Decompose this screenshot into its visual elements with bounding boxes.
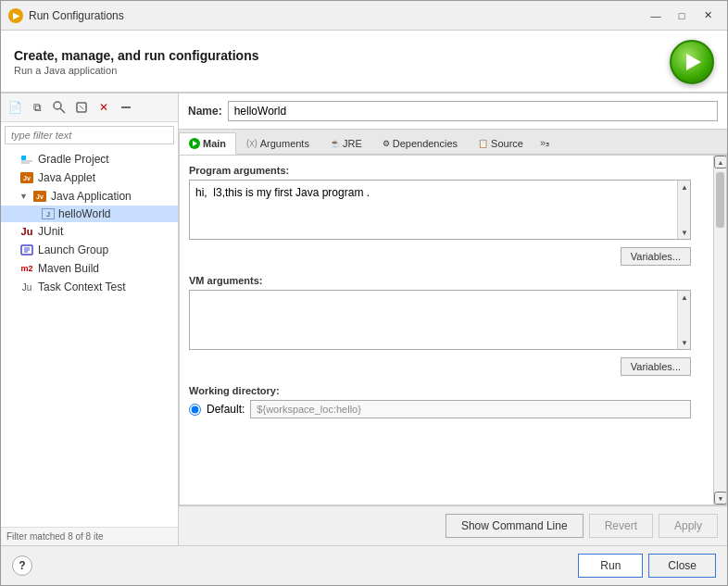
junit-icon: Ju xyxy=(19,224,34,239)
sidebar-item-label: Java Application xyxy=(51,190,132,203)
filter-configs-button[interactable] xyxy=(49,97,69,118)
header-text: Create, manage, and run configurations R… xyxy=(14,48,259,76)
help-button[interactable]: ? xyxy=(12,555,32,576)
name-input[interactable] xyxy=(228,101,718,121)
tab-dependencies[interactable]: ⚙ Dependencies xyxy=(372,132,468,154)
svg-text:Jv: Jv xyxy=(36,193,44,200)
collapse-icon xyxy=(119,101,132,114)
name-label: Name: xyxy=(188,105,222,118)
sidebar-item-label: Gradle Project xyxy=(38,153,109,166)
delete-config-button[interactable]: ✕ xyxy=(94,97,114,118)
default-radio[interactable] xyxy=(189,404,201,416)
program-args-label: Program arguments: xyxy=(189,165,704,176)
program-args-input[interactable]: hi, l3,this is my first Java program . xyxy=(190,181,690,236)
footer-right: Run Close xyxy=(578,554,716,578)
vm-scroll-down-button[interactable]: ▼ xyxy=(678,336,691,349)
play-icon xyxy=(686,54,701,70)
apply-button[interactable]: Apply xyxy=(659,514,718,538)
app-icon: ▶ xyxy=(8,8,23,23)
tab-main-label: Main xyxy=(203,138,226,149)
export-config-button[interactable] xyxy=(71,97,92,118)
vs-up-button[interactable]: ▲ xyxy=(714,156,727,168)
name-row: Name: xyxy=(179,94,727,130)
run-configurations-window: ▶ Run Configurations — □ ✕ Create, manag… xyxy=(0,0,728,586)
variables-button-1[interactable]: Variables... xyxy=(621,247,691,266)
sidebar-toolbar: 📄 ⧉ ✕ xyxy=(1,94,178,122)
gradle-icon xyxy=(19,152,34,167)
svg-point-0 xyxy=(54,102,61,109)
scroll-container[interactable]: Program arguments: hi, l3,this is my fir… xyxy=(180,156,726,505)
variables-row-1: Variables... xyxy=(189,247,691,266)
dep-icon: ⚙ xyxy=(383,139,390,148)
sidebar-item-launch-group[interactable]: Launch Group xyxy=(1,241,178,259)
header-subtitle: Run a Java application xyxy=(14,65,259,76)
tab-dependencies-label: Dependencies xyxy=(393,138,458,149)
maven-icon: m2 xyxy=(19,261,34,276)
svg-line-1 xyxy=(60,108,65,113)
launch-group-icon xyxy=(19,243,34,257)
svg-line-3 xyxy=(80,106,83,109)
variables-button-2[interactable]: Variables... xyxy=(621,357,691,376)
sidebar-item-label: JUnit xyxy=(38,225,63,238)
title-bar: ▶ Run Configurations — □ ✕ xyxy=(1,1,727,31)
tab-source-label: Source xyxy=(491,138,523,149)
tab-jre-label: JRE xyxy=(343,138,362,149)
svg-rect-4 xyxy=(121,106,131,108)
vs-track xyxy=(714,168,726,492)
window-title: Run Configurations xyxy=(29,9,124,22)
title-bar-left: ▶ Run Configurations xyxy=(8,8,124,23)
content-scrollbar[interactable]: ▲ ▼ xyxy=(713,156,726,505)
svg-text:Jv: Jv xyxy=(23,175,31,181)
vm-args-input[interactable] xyxy=(190,291,690,346)
bottom-actions: Show Command Line Revert Apply xyxy=(179,505,727,545)
jre-icon: ☕ xyxy=(330,139,340,148)
duplicate-config-button[interactable]: ⧉ xyxy=(27,97,47,118)
sidebar-item-helloworld[interactable]: J helloWorld xyxy=(1,206,178,222)
run-footer-button[interactable]: Run xyxy=(578,554,643,578)
run-button[interactable] xyxy=(670,40,714,84)
collapse-all-button[interactable] xyxy=(116,97,136,118)
sidebar-item-junit[interactable]: Ju JUnit xyxy=(1,222,178,241)
sidebar-item-maven-build[interactable]: m2 Maven Build xyxy=(1,259,178,278)
tabs-bar: Main (x) Arguments ☕ JRE ⚙ Dependencies … xyxy=(179,130,727,155)
close-window-button[interactable]: ✕ xyxy=(696,6,720,25)
sidebar: 📄 ⧉ ✕ xyxy=(1,94,179,545)
filter-input[interactable] xyxy=(5,126,174,144)
default-path-input[interactable] xyxy=(250,400,691,418)
close-footer-button[interactable]: Close xyxy=(648,554,716,578)
vm-args-container: ▲ ▼ xyxy=(189,290,691,350)
tab-arguments[interactable]: (x) Arguments xyxy=(236,132,320,154)
maximize-button[interactable]: □ xyxy=(670,6,694,25)
tab-more[interactable]: »₃ xyxy=(533,131,556,154)
java-app-icon: Jv xyxy=(32,189,47,204)
footer: ? Run Close xyxy=(1,545,727,585)
revert-button[interactable]: Revert xyxy=(589,514,653,538)
tab-more-label: »₃ xyxy=(540,137,549,149)
program-args-scrollbar: ▲ ▼ xyxy=(677,181,690,239)
show-command-line-button[interactable]: Show Command Line xyxy=(446,514,584,538)
vs-down-button[interactable]: ▼ xyxy=(714,492,727,505)
hello-icon: J xyxy=(42,208,55,219)
minimize-button[interactable]: — xyxy=(644,6,668,25)
header-area: Create, manage, and run configurations R… xyxy=(1,31,727,93)
right-panel: Name: Main (x) Arguments ☕ JRE ⚙ xyxy=(179,94,727,545)
vs-thumb xyxy=(716,172,724,228)
tab-jre[interactable]: ☕ JRE xyxy=(320,132,372,154)
tab-main[interactable]: Main xyxy=(179,132,236,155)
sidebar-item-task-context[interactable]: Ju Task Context Test xyxy=(1,278,178,296)
main-content: 📄 ⧉ ✕ xyxy=(1,93,727,545)
default-radio-label: Default: xyxy=(207,403,245,416)
sidebar-item-java-app[interactable]: ▼ Jv Java Application xyxy=(1,187,178,206)
content-area: Program arguments: hi, l3,this is my fir… xyxy=(179,155,727,505)
default-radio-row: Default: xyxy=(189,400,704,418)
new-config-button[interactable]: 📄 xyxy=(5,97,25,118)
scroll-down-button[interactable]: ▼ xyxy=(678,226,691,239)
svg-rect-5 xyxy=(21,156,26,160)
filter-icon xyxy=(53,101,66,114)
tab-source[interactable]: 📋 Source xyxy=(468,132,533,154)
scroll-up-button[interactable]: ▲ xyxy=(678,181,691,193)
sidebar-item-gradle[interactable]: Gradle Project xyxy=(1,150,178,168)
vm-scroll-up-button[interactable]: ▲ xyxy=(678,291,691,304)
sidebar-item-java-applet[interactable]: Jv Java Applet xyxy=(1,168,178,187)
filter-status: Filter matched 8 of 8 ite xyxy=(1,527,178,545)
